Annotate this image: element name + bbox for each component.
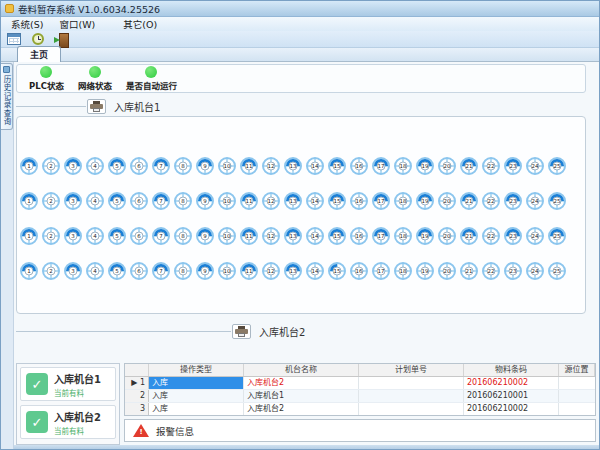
reel-slot[interactable]: 3 [64, 227, 82, 245]
reel-slot[interactable]: 4 [86, 192, 104, 210]
reel-slot[interactable]: 16 [350, 227, 368, 245]
reel-slot[interactable]: 22 [482, 157, 500, 175]
reel-slot[interactable]: 11 [240, 192, 258, 210]
table-row[interactable]: 2入库入库机台1201606210001 [125, 390, 595, 403]
reel-slot[interactable]: 17 [372, 227, 390, 245]
reel-slot[interactable]: 5 [108, 262, 126, 280]
menu-item-1[interactable]: 系统(S) [3, 16, 51, 32]
reel-slot[interactable]: 10 [218, 192, 236, 210]
tab-home[interactable]: 主页 [17, 46, 61, 62]
reel-slot[interactable]: 24 [526, 227, 544, 245]
reel-slot[interactable]: 3 [64, 262, 82, 280]
reel-slot[interactable]: 4 [86, 262, 104, 280]
reel-slot[interactable]: 10 [218, 157, 236, 175]
exit-button[interactable] [52, 32, 71, 47]
reel-slot[interactable]: 17 [372, 262, 390, 280]
reel-slot[interactable]: 13 [284, 227, 302, 245]
reel-slot[interactable]: 24 [526, 157, 544, 175]
reel-slot[interactable]: 12 [262, 192, 280, 210]
reel-slot[interactable]: 18 [394, 192, 412, 210]
print-button-2[interactable] [232, 324, 251, 339]
reel-slot[interactable]: 16 [350, 192, 368, 210]
reel-slot[interactable]: 11 [240, 262, 258, 280]
reel-slot[interactable]: 25 [548, 262, 566, 280]
reel-slot[interactable]: 19 [416, 227, 434, 245]
reel-slot[interactable]: 25 [548, 157, 566, 175]
reel-slot[interactable]: 14 [306, 262, 324, 280]
reel-slot[interactable]: 14 [306, 157, 324, 175]
reel-slot[interactable]: 8 [174, 262, 192, 280]
reel-slot[interactable]: 7 [152, 192, 170, 210]
reel-slot[interactable]: 20 [438, 192, 456, 210]
reel-slot[interactable]: 4 [86, 227, 104, 245]
reel-slot[interactable]: 22 [482, 227, 500, 245]
reel-slot[interactable]: 19 [416, 192, 434, 210]
reel-slot[interactable]: 18 [394, 227, 412, 245]
reel-slot[interactable]: 2 [42, 157, 60, 175]
reel-slot[interactable]: 14 [306, 192, 324, 210]
reel-slot[interactable]: 18 [394, 262, 412, 280]
reel-slot[interactable]: 22 [482, 192, 500, 210]
reel-slot[interactable]: 13 [284, 157, 302, 175]
reel-slot[interactable]: 6 [130, 262, 148, 280]
reel-slot[interactable]: 4 [86, 157, 104, 175]
reel-slot[interactable]: 7 [152, 227, 170, 245]
machine-card-2[interactable]: ✓入库机台2当前有料 [20, 405, 116, 439]
reel-slot[interactable]: 18 [394, 157, 412, 175]
reel-slot[interactable]: 21 [460, 157, 478, 175]
reel-slot[interactable]: 9 [196, 157, 214, 175]
reel-slot[interactable]: 5 [108, 192, 126, 210]
reel-slot[interactable]: 19 [416, 157, 434, 175]
reel-slot[interactable]: 6 [130, 227, 148, 245]
reel-slot[interactable]: 21 [460, 192, 478, 210]
reel-slot[interactable]: 12 [262, 262, 280, 280]
reel-slot[interactable]: 21 [460, 227, 478, 245]
reel-slot[interactable]: 9 [196, 262, 214, 280]
reel-slot[interactable]: 9 [196, 192, 214, 210]
calendar-button[interactable] [4, 32, 23, 47]
reel-slot[interactable]: 10 [218, 262, 236, 280]
reel-slot[interactable]: 2 [42, 192, 60, 210]
reel-slot[interactable]: 20 [438, 157, 456, 175]
reel-slot[interactable]: 1 [20, 262, 38, 280]
table-row[interactable]: 3入库入库机台2201606210002 [125, 403, 595, 416]
clock-button[interactable] [28, 32, 47, 47]
reel-slot[interactable]: 2 [42, 262, 60, 280]
reel-slot[interactable]: 20 [438, 262, 456, 280]
task-table[interactable]: 操作类型机台名称计划单号物料条码源位置▶ 1入库入库机台220160621000… [124, 363, 596, 416]
reel-slot[interactable]: 14 [306, 227, 324, 245]
reel-slot[interactable]: 20 [438, 227, 456, 245]
reel-slot[interactable]: 21 [460, 262, 478, 280]
reel-slot[interactable]: 15 [328, 157, 346, 175]
table-row[interactable]: ▶ 1入库入库机台2201606210002 [125, 377, 595, 390]
reel-slot[interactable]: 23 [504, 262, 522, 280]
reel-slot[interactable]: 24 [526, 192, 544, 210]
reel-slot[interactable]: 6 [130, 192, 148, 210]
reel-slot[interactable]: 8 [174, 157, 192, 175]
reel-slot[interactable]: 16 [350, 262, 368, 280]
reel-slot[interactable]: 17 [372, 157, 390, 175]
machine-card-1[interactable]: ✓入库机台1当前有料 [20, 367, 116, 401]
reel-slot[interactable]: 25 [548, 227, 566, 245]
reel-slot[interactable]: 10 [218, 227, 236, 245]
reel-slot[interactable]: 24 [526, 262, 544, 280]
print-button-1[interactable] [87, 99, 106, 114]
reel-slot[interactable]: 6 [130, 157, 148, 175]
reel-slot[interactable]: 3 [64, 192, 82, 210]
reel-slot[interactable]: 11 [240, 157, 258, 175]
side-tab-history[interactable]: 历史记录查询 [1, 63, 13, 130]
reel-slot[interactable]: 12 [262, 227, 280, 245]
reel-slot[interactable]: 25 [548, 192, 566, 210]
menu-item-3[interactable]: 其它(O) [115, 16, 165, 32]
reel-slot[interactable]: 13 [284, 262, 302, 280]
reel-slot[interactable]: 12 [262, 157, 280, 175]
reel-slot[interactable]: 23 [504, 192, 522, 210]
reel-slot[interactable]: 2 [42, 227, 60, 245]
reel-slot[interactable]: 1 [20, 157, 38, 175]
reel-slot[interactable]: 22 [482, 262, 500, 280]
reel-slot[interactable]: 19 [416, 262, 434, 280]
reel-slot[interactable]: 15 [328, 192, 346, 210]
reel-slot[interactable]: 8 [174, 192, 192, 210]
reel-slot[interactable]: 23 [504, 227, 522, 245]
reel-slot[interactable]: 5 [108, 227, 126, 245]
